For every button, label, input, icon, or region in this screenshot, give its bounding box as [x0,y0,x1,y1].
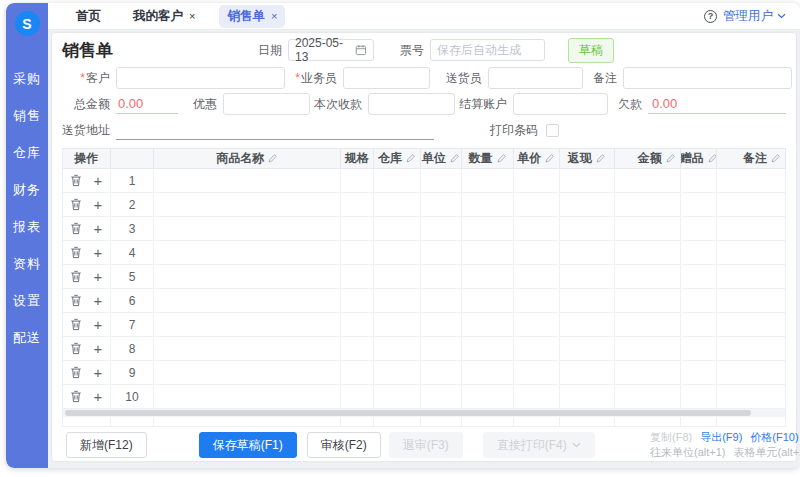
scrollbar-thumb[interactable] [65,410,751,416]
cell-warehouse[interactable] [374,313,421,336]
add-row-icon[interactable]: + [93,197,102,212]
cell-remark[interactable] [717,385,786,408]
cell-amount[interactable] [615,361,681,384]
button-unaudit[interactable]: 退审(F3) [389,432,463,458]
add-row-icon[interactable]: + [93,365,102,380]
edit-column-icon[interactable] [595,153,606,164]
cell-cashback[interactable] [560,385,616,408]
edit-column-icon[interactable] [496,153,507,164]
cell-warehouse[interactable] [374,289,421,312]
cell-unit-price[interactable] [514,289,560,312]
cell-quantity[interactable] [462,193,514,216]
cell-spec[interactable] [341,193,374,216]
cell-warehouse[interactable] [374,265,421,288]
cell-unit[interactable] [421,337,463,360]
cell-unit-price[interactable] [514,193,560,216]
cell-gift[interactable] [681,313,718,336]
remark-input[interactable] [623,67,792,89]
delete-row-icon[interactable] [70,294,82,307]
cell-product-name[interactable] [154,217,341,240]
cell-quantity[interactable] [462,289,514,312]
cell-cashback[interactable] [560,337,616,360]
cell-gift[interactable] [681,169,718,192]
sidebar-item-财务[interactable]: 财务 [13,171,41,208]
link-price[interactable]: 价格(F10) [750,430,798,445]
ticket-input[interactable] [430,39,545,61]
date-input[interactable]: 2025-05-13 [288,39,374,61]
cell-product-name[interactable] [154,313,341,336]
cell-unit-price[interactable] [514,337,560,360]
cell-cashback[interactable] [560,169,616,192]
cell-cashback[interactable] [560,241,616,264]
delete-row-icon[interactable] [70,198,82,211]
add-row-icon[interactable]: + [93,341,102,356]
cell-remark[interactable] [717,241,786,264]
cell-spec[interactable] [341,289,374,312]
cell-spec[interactable] [341,265,374,288]
cell-quantity[interactable] [462,361,514,384]
cell-amount[interactable] [615,193,681,216]
cell-unit[interactable] [421,313,463,336]
cell-remark[interactable] [717,265,786,288]
cell-unit[interactable] [421,193,463,216]
cell-cashback[interactable] [560,313,616,336]
cell-quantity[interactable] [462,217,514,240]
cell-amount[interactable] [615,289,681,312]
cell-gift[interactable] [681,385,718,408]
cell-product-name[interactable] [154,289,341,312]
cell-quantity[interactable] [462,265,514,288]
cell-cashback[interactable] [560,361,616,384]
cell-spec[interactable] [341,313,374,336]
print-barcode-checkbox[interactable] [546,124,559,137]
cell-quantity[interactable] [462,337,514,360]
cell-warehouse[interactable] [374,337,421,360]
cell-cashback[interactable] [560,289,616,312]
cell-warehouse[interactable] [374,241,421,264]
cell-unit-price[interactable] [514,385,560,408]
tab-首页[interactable]: 首页 [68,5,109,28]
add-row-icon[interactable]: + [93,269,102,284]
cell-cashback[interactable] [560,217,616,240]
sidebar-item-设置[interactable]: 设置 [13,282,41,319]
cell-remark[interactable] [717,169,786,192]
cell-amount[interactable] [615,265,681,288]
sidebar-item-资料[interactable]: 资料 [13,245,41,282]
delete-row-icon[interactable] [70,270,82,283]
delete-row-icon[interactable] [70,246,82,259]
cell-warehouse[interactable] [374,193,421,216]
sidebar-item-销售[interactable]: 销售 [13,97,41,134]
add-row-icon[interactable]: + [93,221,102,236]
cell-unit[interactable] [421,385,463,408]
edit-column-icon[interactable] [267,153,278,164]
cell-gift[interactable] [681,241,718,264]
cell-spec[interactable] [341,385,374,408]
cell-product-name[interactable] [154,241,341,264]
cell-amount[interactable] [615,241,681,264]
cell-remark[interactable] [717,313,786,336]
address-input[interactable] [116,121,434,140]
button-save-draft[interactable]: 保存草稿(F1) [199,432,297,458]
cell-spec[interactable] [341,217,374,240]
cell-warehouse[interactable] [374,385,421,408]
button-add-new[interactable]: 新增(F12) [66,432,147,458]
cell-warehouse[interactable] [374,217,421,240]
cell-quantity[interactable] [462,385,514,408]
cell-unit[interactable] [421,289,463,312]
cell-amount[interactable] [615,313,681,336]
tab-我的客户[interactable]: 我的客户× [125,5,203,28]
cell-product-name[interactable] [154,265,341,288]
cell-product-name[interactable] [154,385,341,408]
cell-spec[interactable] [341,361,374,384]
cell-unit-price[interactable] [514,313,560,336]
cell-cashback[interactable] [560,193,616,216]
cell-remark[interactable] [717,193,786,216]
payment-input[interactable] [368,93,455,115]
cell-unit[interactable] [421,241,463,264]
close-icon[interactable]: × [271,10,277,22]
cell-remark[interactable] [717,217,786,240]
customer-input[interactable] [116,67,285,89]
sidebar-item-配送[interactable]: 配送 [13,319,41,356]
discount-input[interactable] [223,93,310,115]
delete-row-icon[interactable] [70,342,82,355]
add-row-icon[interactable]: + [93,293,102,308]
